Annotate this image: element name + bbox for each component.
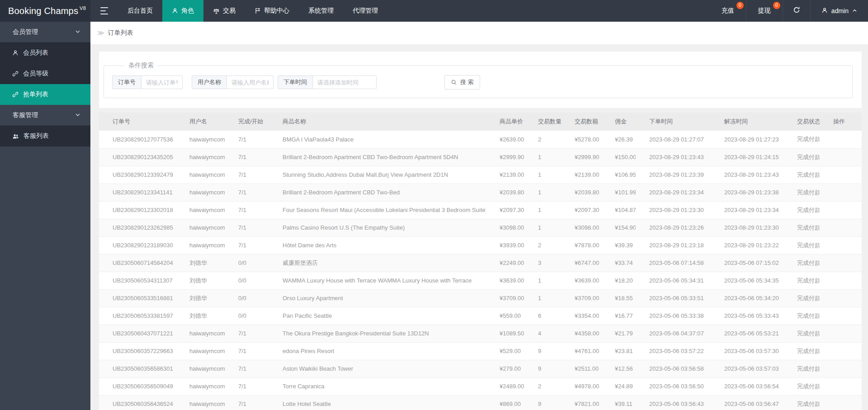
nav-item-help-center[interactable]: 帮助中心	[245, 0, 299, 22]
cell-ratio: 7/1	[225, 166, 269, 184]
cell-qty: 9	[524, 360, 561, 377]
recharge-label: 充值	[722, 7, 734, 15]
chevron-up-icon	[852, 7, 857, 14]
table-row: UB2308290123262985 haiwaiymcom 7/1 Palms…	[99, 219, 862, 236]
cell-username: haiwaiymcom	[176, 342, 225, 360]
cell-commission: ¥150.00	[601, 148, 636, 166]
sidebar-group-member-management[interactable]: 会员管理	[0, 22, 90, 42]
cell-amount: ¥2039.80	[561, 184, 601, 201]
cell-amount: ¥4358.00	[561, 325, 601, 342]
cell-action	[820, 377, 862, 395]
cell-product: edona Pines Resort	[269, 342, 486, 360]
order-table-panel: 订单号 用户名 完成/开始 商品名称 商品单价 交易数量 交易数额 佣金 下单时…	[99, 113, 862, 410]
cell-order-no: UB2308290123302018	[99, 201, 176, 219]
cell-amount: ¥2139.00	[561, 166, 601, 184]
nav-item-system[interactable]: 系统管理	[299, 0, 343, 22]
cell-price: ¥2489.00	[486, 377, 524, 395]
cell-order-time: 2023-05-06 03:56:43	[636, 395, 711, 410]
cell-commission: ¥18.55	[601, 289, 636, 307]
nav-item-dashboard[interactable]: 后台首页	[118, 0, 162, 22]
cell-unfreeze-time: 2023-05-06 03:57:03	[711, 360, 783, 377]
cell-unfreeze-time: 2023-05-06 05:34:20	[711, 289, 783, 307]
order-time-field-group: 下单时间	[278, 75, 377, 89]
search-legend: 条件搜索	[125, 61, 157, 70]
cell-ratio: 0/0	[225, 307, 269, 325]
order-no-field-label: 订单号	[113, 76, 142, 89]
refresh-button[interactable]	[783, 0, 810, 22]
cell-product: Torre Capranica	[269, 377, 486, 395]
col-ratio: 完成/开始	[225, 113, 269, 131]
collapse-menu-icon[interactable]	[90, 0, 118, 22]
recharge-badge: 0	[736, 2, 744, 9]
cell-action	[820, 307, 862, 325]
cell-action	[820, 395, 862, 410]
chevron-down-icon	[75, 28, 80, 36]
sidebar-item-service-list[interactable]: 客服列表	[0, 126, 90, 146]
cell-qty: 1	[524, 219, 561, 236]
cell-price: ¥3098.00	[486, 219, 524, 236]
cell-action	[820, 201, 862, 219]
cell-amount: ¥2511.00	[561, 360, 601, 377]
cell-qty: 4	[524, 325, 561, 342]
cell-commission: ¥39.11	[601, 395, 636, 410]
cell-qty: 1	[524, 148, 561, 166]
admin-menu[interactable]: admin	[810, 0, 868, 22]
table-row: UB2308290123189030 haiwaiymcom 7/1 Hôtel…	[99, 236, 862, 254]
nav-item-trade[interactable]: 交易	[203, 0, 245, 22]
cell-product: Pan Pacific Seattle	[269, 307, 486, 325]
cell-unfreeze-time: 2023-08-29 01:23:38	[711, 184, 783, 201]
username-input[interactable]	[227, 76, 273, 89]
cell-unfreeze-time: 2023-05-06 03:56:54	[711, 377, 783, 395]
sidebar-item-member-level[interactable]: 会员等级	[0, 63, 90, 84]
cell-username: 刘德华	[176, 307, 225, 325]
cell-ratio: 7/1	[225, 325, 269, 342]
table-row: UB2308290123435205 haiwaiymcom 7/1 Brill…	[99, 148, 862, 166]
cell-unfreeze-time: 2023-05-06 07:15:02	[711, 254, 783, 272]
cell-username: 刘德华	[176, 254, 225, 272]
cell-commission: ¥12.56	[601, 360, 636, 377]
sidebar-group-service-management[interactable]: 客服管理	[0, 105, 90, 126]
recharge-button[interactable]: 充值 0	[710, 0, 746, 22]
nav-item-label: 代理管理	[353, 7, 378, 15]
order-time-input[interactable]	[313, 76, 376, 89]
sidebar-item-label: 抢单列表	[23, 90, 48, 99]
cell-product: BMGA l ViaPaola43 Palace	[269, 131, 486, 148]
cell-status: 完成付款	[783, 184, 820, 201]
link-icon	[12, 91, 19, 98]
top-nav: Booking Champs V8 后台首页 角色 交易 帮助中心 系统管理 代…	[0, 0, 868, 22]
cell-qty: 6	[524, 307, 561, 325]
order-no-input[interactable]	[142, 76, 182, 89]
cell-product: 威廉斯堡酒店	[269, 254, 486, 272]
cell-status: 完成付款	[783, 272, 820, 289]
cell-order-time: 2023-05-06 05:33:38	[636, 307, 711, 325]
username-field-label: 用户名称	[192, 76, 227, 89]
sidebar: 会员管理 会员列表 会员等级 抢单列表 客服管理	[0, 22, 90, 410]
cell-action	[820, 166, 862, 184]
cell-action	[820, 325, 862, 342]
cell-qty: 2	[524, 236, 561, 254]
cell-unfreeze-time: 2023-05-06 05:33:43	[711, 307, 783, 325]
sidebar-group-label: 客服管理	[13, 111, 38, 119]
cell-action	[820, 184, 862, 201]
cell-action	[820, 289, 862, 307]
cell-ratio: 7/1	[225, 342, 269, 360]
cell-commission: ¥21.79	[601, 325, 636, 342]
search-button[interactable]: 搜 索	[444, 75, 480, 90]
cell-ratio: 0/0	[225, 254, 269, 272]
order-table: 订单号 用户名 完成/开始 商品名称 商品单价 交易数量 交易数额 佣金 下单时…	[99, 113, 862, 410]
cell-amount: ¥5278.00	[561, 131, 601, 148]
col-order-time: 下单时间	[636, 113, 711, 131]
nav-item-agent[interactable]: 代理管理	[343, 0, 387, 22]
nav-item-role[interactable]: 角色	[162, 0, 203, 22]
cell-commission: ¥16.77	[601, 307, 636, 325]
withdraw-button[interactable]: 提现 0	[746, 0, 783, 22]
cell-status: 完成付款	[783, 289, 820, 307]
cell-amount: ¥6747.00	[561, 254, 601, 272]
cell-status: 完成付款	[783, 325, 820, 342]
cell-price: ¥869.00	[486, 395, 524, 410]
cell-product: WAMMA Luxury House with Terrace WAMMA Lu…	[269, 272, 486, 289]
col-commission: 佣金	[601, 113, 636, 131]
sidebar-item-grab-order-list[interactable]: 抢单列表	[0, 84, 90, 105]
double-angle-right-icon: ≫	[97, 29, 104, 37]
sidebar-item-member-list[interactable]: 会员列表	[0, 42, 90, 63]
